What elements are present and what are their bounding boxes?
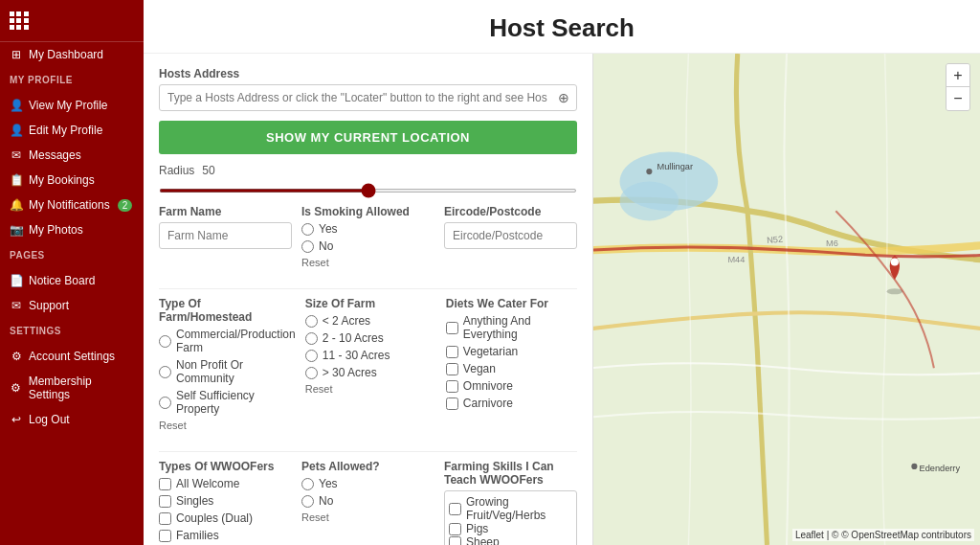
profile-section-label: MY PROFILE — [10, 75, 134, 85]
pets-yes[interactable]: Yes — [301, 477, 434, 490]
diet-omnivore-check[interactable] — [446, 380, 458, 393]
wwoofers-couples[interactable]: Couples (Dual) — [159, 511, 292, 525]
smoking-no-radio[interactable] — [301, 240, 314, 253]
sidebar-item-notice-board[interactable]: 📄 Notice Board — [0, 268, 144, 293]
notifications-icon: 🔔 — [10, 198, 23, 212]
skills-group: Farming Skills I Can Teach WWOOFers Grow… — [444, 460, 577, 545]
farm-size-2-10[interactable]: 2 - 10 Acres — [305, 331, 436, 345]
bookings-icon: 📋 — [10, 173, 23, 187]
farm-type-reset[interactable]: Reset — [159, 420, 187, 431]
sidebar-item-logout[interactable]: ↩ Log Out — [0, 407, 144, 432]
farm-type-self-radio[interactable] — [159, 397, 171, 409]
notice-board-icon: 📄 — [10, 274, 23, 287]
osm-attribution: © OpenStreetMap contributors — [841, 530, 971, 540]
farm-size-lt2[interactable]: < 2 Acres — [305, 314, 436, 328]
svg-point-5 — [911, 464, 917, 469]
skill-sheep-check[interactable] — [449, 536, 461, 546]
diet-carnivore[interactable]: Carnivore — [446, 397, 577, 410]
skill-pigs[interactable]: Pigs — [449, 522, 572, 535]
diet-carnivore-check[interactable] — [446, 397, 458, 410]
radius-slider[interactable] — [159, 189, 577, 193]
farm-size-lt2-radio[interactable] — [305, 315, 318, 328]
diet-vegetarian-check[interactable] — [446, 346, 458, 358]
wwoofers-families[interactable]: Families — [159, 529, 292, 542]
sidebar-item-support[interactable]: ✉ Support — [0, 293, 144, 318]
smoking-no[interactable]: No — [301, 239, 434, 253]
pets-no[interactable]: No — [301, 494, 434, 508]
farm-type-self[interactable]: Self Sufficiency Property — [159, 389, 296, 416]
smoking-yes-radio[interactable] — [301, 223, 314, 236]
diet-vegan-check[interactable] — [446, 363, 458, 375]
diet-omnivore[interactable]: Omnivore — [446, 379, 577, 393]
skill-growing-check[interactable] — [449, 503, 461, 515]
farm-size-11-30[interactable]: 11 - 30 Acres — [305, 349, 436, 362]
eircode-input[interactable] — [444, 222, 577, 249]
farm-size-reset[interactable]: Reset — [305, 383, 333, 395]
diets-options: Anything And Everything Vegetarian Vegan — [446, 314, 577, 410]
form-panel: Hosts Address ⊕ SHOW MY CURRENT LOCATION… — [144, 54, 593, 545]
sidebar-item-view-profile[interactable]: 👤 View My Profile — [0, 93, 144, 118]
farm-type-size-diets-row: Type Of Farm/Homestead Commercial/Produc… — [159, 297, 577, 442]
skills-list[interactable]: Growing Fruit/Veg/Herbs Pigs Sheep — [444, 490, 577, 545]
farm-size-2-10-radio[interactable] — [305, 332, 318, 345]
location-button[interactable]: SHOW MY CURRENT LOCATION — [159, 121, 577, 154]
wwoofers-all[interactable]: All Welcome — [159, 477, 292, 490]
farm-size-11-30-radio[interactable] — [305, 350, 318, 362]
diet-vegetarian[interactable]: Vegetarian — [446, 345, 577, 358]
sidebar-section-pages: PAGES — [0, 242, 144, 268]
wwoofers-families-check[interactable] — [159, 530, 171, 542]
wwoofers-couples-check[interactable] — [159, 512, 171, 525]
sidebar-item-bookings[interactable]: 📋 My Bookings — [0, 168, 144, 193]
radius-value: 50 — [202, 164, 214, 177]
address-wrapper: ⊕ — [159, 84, 577, 111]
farm-type-nonprofit-radio[interactable] — [159, 366, 171, 378]
eircode-group: Eircode/Postcode — [444, 205, 577, 269]
sidebar-item-photos[interactable]: 📷 My Photos — [0, 217, 144, 242]
skill-sheep[interactable]: Sheep — [449, 535, 572, 545]
pets-options: Yes No — [301, 477, 434, 508]
svg-point-11 — [891, 258, 899, 265]
sidebar-item-notifications[interactable]: 🔔 My Notifications 2 — [0, 193, 144, 217]
pets-no-radio[interactable] — [301, 495, 314, 508]
sidebar-item-membership-settings[interactable]: ⚙ Membership Settings — [0, 369, 144, 407]
wwoofers-all-check[interactable] — [159, 478, 171, 490]
sidebar-item-messages[interactable]: ✉ Messages — [0, 143, 144, 168]
smoking-reset[interactable]: Reset — [301, 257, 329, 268]
pets-reset[interactable]: Reset — [301, 511, 329, 523]
farm-type-commercial-radio[interactable] — [159, 335, 171, 348]
farm-type-label: Type Of Farm/Homestead — [159, 297, 296, 324]
farm-type-options: Commercial/Production Farm Non Profit Or… — [159, 328, 296, 416]
wwoofers-singles[interactable]: Singles — [159, 494, 292, 508]
smoking-yes[interactable]: Yes — [301, 222, 434, 236]
sidebar-item-account-settings[interactable]: ⚙ Account Settings — [0, 344, 144, 369]
svg-point-2 — [620, 181, 679, 220]
radius-label: Radius — [159, 164, 194, 177]
sidebar: ⊞ My Dashboard MY PROFILE 👤 View My Prof… — [0, 0, 144, 545]
wwoofers-singles-check[interactable] — [159, 495, 171, 508]
smoking-group: Is Smoking Allowed Yes No Reset — [301, 205, 434, 269]
diet-anything[interactable]: Anything And Everything — [446, 314, 577, 341]
skill-growing[interactable]: Growing Fruit/Veg/Herbs — [449, 495, 572, 522]
notification-badge: 2 — [118, 199, 133, 212]
farm-type-commercial[interactable]: Commercial/Production Farm — [159, 328, 296, 354]
farm-size-gt30[interactable]: > 30 Acres — [305, 366, 436, 379]
diet-vegan[interactable]: Vegan — [446, 362, 577, 375]
content-area: Hosts Address ⊕ SHOW MY CURRENT LOCATION… — [144, 54, 980, 545]
sidebar-item-dashboard[interactable]: ⊞ My Dashboard — [0, 42, 144, 67]
diet-anything-check[interactable] — [446, 322, 458, 334]
logout-icon: ↩ — [10, 413, 23, 426]
farm-name-input[interactable] — [159, 222, 292, 249]
map-svg: Mullingar Edenderry N52 M6 M44 — [593, 54, 980, 545]
zoom-in-button[interactable]: + — [947, 64, 969, 87]
farm-size-options: < 2 Acres 2 - 10 Acres 11 - 30 Acres — [305, 314, 436, 379]
wwoofers-group: Types Of WWOOFers All Welcome Singles — [159, 460, 292, 545]
support-icon: ✉ — [10, 299, 23, 312]
skill-pigs-check[interactable] — [449, 523, 461, 535]
address-input[interactable] — [159, 84, 577, 111]
sidebar-item-edit-profile[interactable]: 👤 Edit My Profile — [0, 118, 144, 143]
farm-size-gt30-radio[interactable] — [305, 367, 318, 379]
zoom-out-button[interactable]: − — [947, 87, 969, 110]
farm-type-nonprofit[interactable]: Non Profit Or Community — [159, 358, 296, 385]
pets-group: Pets Allowed? Yes No Reset — [301, 460, 434, 545]
pets-yes-radio[interactable] — [301, 478, 314, 490]
